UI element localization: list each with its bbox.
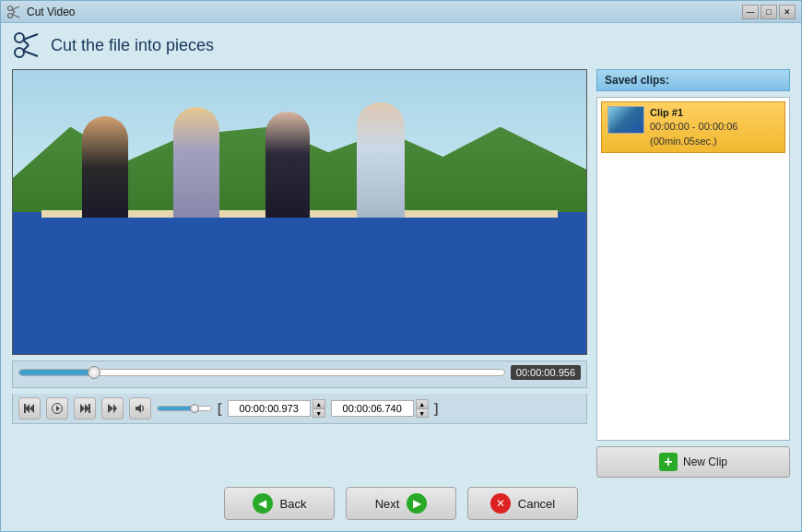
fastforward-end-button[interactable] (74, 397, 96, 420)
trim-end-down[interactable]: ▼ (416, 408, 429, 418)
new-clip-label: New Clip (683, 455, 727, 468)
play-icon (52, 403, 63, 414)
seekbar-thumb[interactable] (88, 366, 100, 379)
maximize-button[interactable]: □ (761, 5, 777, 19)
svg-line-2 (12, 6, 19, 10)
right-panel: Saved clips: Clip #1 00:00:00 - 00:00:06… (596, 69, 790, 478)
svg-line-10 (23, 40, 29, 45)
titlebar: Cut Video — □ ✕ (1, 1, 801, 23)
seekbar-track[interactable] (18, 369, 505, 376)
page-header: Cut the file into pieces (12, 30, 790, 60)
content-area: Cut the file into pieces (1, 23, 801, 531)
page-title: Cut the file into pieces (51, 36, 214, 55)
svg-rect-14 (24, 404, 26, 413)
clip-info: Clip #1 00:00:00 - 00:00:06 (00min.05sec… (650, 106, 737, 148)
trim-start-group: ▲ ▼ (228, 399, 325, 418)
controls-row: [ ▲ ▼ ▲ ▼ (12, 394, 587, 424)
titlebar-controls: — □ ✕ (742, 5, 796, 19)
volume-thumb[interactable] (190, 404, 199, 413)
volume-button[interactable] (129, 397, 151, 420)
trim-end-group: ▲ ▼ (331, 399, 429, 418)
trim-start-bracket: [ (218, 401, 222, 416)
video-display (12, 69, 587, 355)
back-icon: ◀ (253, 493, 273, 514)
trim-end-input[interactable] (331, 400, 414, 417)
trim-end-up[interactable]: ▲ (416, 399, 429, 408)
svg-point-1 (8, 13, 13, 18)
volume-icon (134, 402, 147, 415)
svg-marker-22 (136, 404, 141, 413)
next-icon: ▶ (407, 493, 427, 514)
svg-point-6 (15, 33, 24, 42)
svg-point-0 (8, 6, 13, 10)
clip-item[interactable]: Clip #1 00:00:00 - 00:00:06 (00min.05sec… (601, 101, 785, 153)
volume-fill (158, 407, 193, 410)
svg-marker-16 (56, 406, 60, 411)
svg-point-7 (15, 48, 24, 57)
current-time-badge: 00:00:00.956 (511, 365, 581, 380)
svg-line-3 (12, 14, 19, 18)
svg-marker-20 (108, 404, 113, 413)
scene-boat (13, 212, 586, 354)
trim-start-up[interactable]: ▲ (313, 399, 325, 408)
back-button[interactable]: ◀ Back (224, 487, 335, 520)
main-area: 00:00:00.956 (12, 69, 790, 478)
clip-duration: (00min.05sec.) (650, 135, 737, 148)
svg-line-5 (12, 12, 15, 15)
seekbar-row: 00:00:00.956 (18, 365, 581, 380)
cut-video-icon (6, 5, 21, 19)
clips-list: Clip #1 00:00:00 - 00:00:06 (00min.05sec… (596, 97, 790, 441)
svg-marker-13 (29, 404, 34, 413)
person-4 (357, 102, 405, 218)
close-button[interactable]: ✕ (779, 5, 796, 19)
cancel-button[interactable]: ✕ Cancel (467, 487, 578, 520)
titlebar-left: Cut Video (6, 5, 75, 19)
video-frame (13, 70, 586, 354)
svg-marker-21 (113, 404, 117, 413)
volume-slider[interactable] (157, 406, 212, 411)
trim-end-spinners: ▲ ▼ (416, 399, 429, 418)
seekbar-fill (19, 370, 92, 375)
svg-line-9 (23, 51, 38, 56)
cancel-icon: ✕ (490, 493, 511, 514)
bottom-bar: ◀ Back Next ▶ ✕ Cancel (12, 478, 790, 524)
step-forward-icon (106, 402, 119, 415)
window-title: Cut Video (27, 6, 75, 18)
trim-start-down[interactable]: ▼ (313, 408, 325, 418)
clip-thumbnail (607, 106, 644, 134)
new-clip-icon: + (659, 453, 678, 471)
clip-name: Clip #1 (650, 106, 737, 120)
rewind-start-icon (23, 402, 36, 415)
step-forward-button[interactable] (101, 397, 124, 420)
video-panel: 00:00:00.956 (12, 69, 587, 478)
svg-line-8 (23, 34, 38, 40)
trim-start-spinners: ▲ ▼ (313, 399, 325, 418)
svg-marker-17 (80, 404, 85, 413)
cancel-label: Cancel (518, 497, 555, 511)
person-3 (265, 112, 310, 218)
trim-end-bracket: ] (434, 401, 439, 416)
fastforward-end-icon (78, 402, 91, 415)
new-clip-button[interactable]: + New Clip (596, 446, 790, 478)
svg-rect-19 (88, 404, 90, 413)
back-label: Back (280, 497, 307, 511)
next-button[interactable]: Next ▶ (346, 487, 456, 520)
trim-start-input[interactable] (228, 400, 311, 417)
person-2 (173, 107, 219, 218)
scissors-icon (12, 30, 41, 60)
minimize-button[interactable]: — (742, 5, 759, 19)
main-window: Cut Video — □ ✕ Cut the file into pieces (0, 0, 802, 532)
seekbar-area: 00:00:00.956 (12, 361, 587, 388)
rewind-start-button[interactable] (18, 397, 41, 420)
clip-time-range: 00:00:00 - 00:00:06 (650, 120, 737, 134)
play-button[interactable] (46, 397, 68, 420)
clips-header: Saved clips: (596, 69, 790, 91)
svg-line-11 (23, 45, 29, 51)
person-1 (82, 116, 128, 218)
next-label: Next (375, 497, 400, 511)
